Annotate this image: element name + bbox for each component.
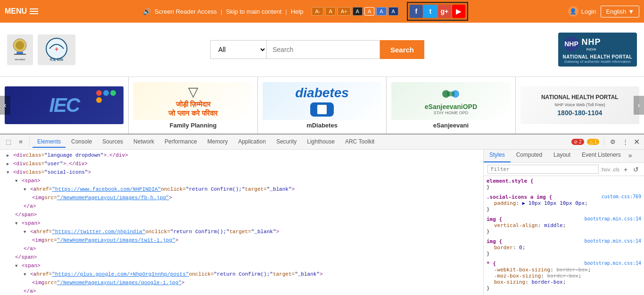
font-dark-btn[interactable]: A bbox=[353, 7, 363, 16]
html-panel: <div class="language dropdown">…</div> <… bbox=[0, 150, 484, 295]
banner-item-mdiab[interactable]: diabetes mDiabetes bbox=[258, 77, 387, 134]
skip-main-link[interactable]: Skip to main content bbox=[226, 8, 281, 15]
img-valign-selector[interactable]: img { bbox=[487, 216, 502, 222]
googleplus-icon[interactable]: g+ bbox=[438, 5, 451, 18]
banner-item-nhpvoice[interactable]: NATIONAL HEALTH PORTAL NHP Voice Web (To… bbox=[516, 77, 644, 134]
devtools-inspect-btn[interactable]: ≡ bbox=[15, 136, 26, 148]
banner-item-iec[interactable]: IEC bbox=[0, 77, 129, 134]
star-source[interactable]: bootstrap.min.css:14 bbox=[585, 261, 641, 266]
styles-content: element.style { } .social-icons a img { … bbox=[484, 176, 644, 295]
html-line-12[interactable]: </a> bbox=[0, 245, 483, 253]
warn-badge: △ 1 bbox=[587, 139, 599, 145]
expand-arrow-9[interactable] bbox=[24, 271, 29, 278]
expand-arrow-4[interactable] bbox=[15, 178, 21, 185]
style-rule-element: element.style { } bbox=[487, 178, 641, 190]
html-line-9[interactable]: <span> bbox=[0, 219, 483, 228]
banner-scroll-right-btn[interactable]: › bbox=[634, 96, 644, 115]
dt-tab-lighthouse[interactable]: Lighthouse bbox=[302, 136, 339, 148]
font-blue-btn[interactable]: A bbox=[376, 7, 386, 16]
dt-tab-arc[interactable]: ARC Toolkit bbox=[340, 136, 379, 148]
login-area[interactable]: 👤 Login bbox=[568, 6, 596, 17]
banner-scroll-left-btn[interactable]: ‹ bbox=[0, 96, 10, 115]
expand-arrow-6[interactable] bbox=[15, 220, 21, 227]
fp-hindi-text: जोड़ी ज़िम्मेदार जो प्लान करे परिवार bbox=[168, 100, 218, 118]
style-tab-styles[interactable]: Styles bbox=[484, 150, 511, 162]
expand-arrow-5[interactable] bbox=[24, 186, 29, 193]
html-line-5[interactable]: <a href="https://www.facebook.com/NHPIND… bbox=[0, 185, 483, 194]
font-increase-btn[interactable]: A+ bbox=[338, 7, 351, 16]
img-border-selector[interactable]: img { bbox=[487, 238, 502, 244]
html-line-1[interactable]: <div class="language dropdown">…</div> bbox=[0, 152, 483, 160]
filter-refresh-btn[interactable]: ↺ bbox=[632, 165, 640, 174]
menu-button[interactable]: MENU bbox=[5, 7, 38, 16]
expand-arrow-2[interactable] bbox=[7, 161, 12, 168]
star-selector[interactable]: * { bbox=[487, 261, 496, 267]
element-style-selector[interactable]: element.style { bbox=[487, 178, 533, 184]
esanj-banner-image: eSanjeevaniOPD STAY HOME OPD bbox=[391, 82, 510, 120]
banner-item-esanj[interactable]: eSanjeevaniOPD STAY HOME OPD eSanjeevani bbox=[387, 77, 515, 134]
styles-filter-input[interactable] bbox=[487, 165, 599, 174]
banner-item-fp[interactable]: ▽ जोड़ी ज़िम्मेदार जो प्लान करे परिवार F… bbox=[129, 77, 257, 134]
font-normal-btn[interactable]: A bbox=[325, 7, 335, 16]
html-line-6[interactable]: <img src="/NewHomePageLayout/images/fb-h… bbox=[0, 194, 483, 202]
dt-tab-performance[interactable]: Performance bbox=[160, 136, 202, 148]
devtools-settings-btn[interactable]: ⚙ bbox=[607, 136, 619, 148]
img-valign-source[interactable]: bootstrap.min.css:14 bbox=[585, 216, 641, 221]
social-icons-source[interactable]: custom.css:769 bbox=[602, 194, 641, 199]
hamburger-icon bbox=[30, 8, 38, 14]
style-rule-boxsizing: * { bootstrap.min.css:14 -webkit-box-siz… bbox=[487, 261, 641, 291]
dt-tab-memory[interactable]: Memory bbox=[203, 136, 232, 148]
error-badge: ⊘ 2 bbox=[571, 139, 584, 145]
dt-tab-network[interactable]: Network bbox=[129, 136, 159, 148]
fp-line1: जोड़ी ज़िम्मेदार bbox=[176, 100, 211, 108]
search-category-select[interactable]: All bbox=[210, 40, 267, 59]
html-line-16[interactable]: <img src="/NewHomePageLayout/images/goog… bbox=[0, 279, 483, 287]
img-border-source[interactable]: bootstrap.min.css:14 bbox=[585, 238, 641, 244]
filter-plus-btn[interactable]: + bbox=[621, 165, 630, 174]
search-input[interactable] bbox=[267, 40, 380, 59]
devtools-cursor-btn[interactable]: ⬚ bbox=[3, 136, 14, 148]
dt-tab-security[interactable]: Security bbox=[272, 136, 301, 148]
valign-val: middle bbox=[544, 222, 563, 228]
html-line-15[interactable]: <a href="https://plus.google.com/+NhpOrg… bbox=[0, 270, 483, 279]
html-line-11[interactable]: <img src="/NewHomePageLayout/images/twit… bbox=[0, 236, 483, 245]
expand-arrow-8[interactable] bbox=[15, 263, 21, 270]
youtube-icon[interactable]: ▶ bbox=[452, 5, 465, 18]
dt-tab-application[interactable]: Application bbox=[233, 136, 271, 148]
expand-arrow-3[interactable] bbox=[7, 169, 12, 176]
html-line-2[interactable]: <div class="user">…</div> bbox=[0, 160, 483, 169]
dt-tab-console[interactable]: Console bbox=[66, 136, 97, 148]
font-navy-btn[interactable]: A bbox=[388, 7, 398, 16]
dt-tab-sources[interactable]: Sources bbox=[98, 136, 128, 148]
search-button[interactable]: Search bbox=[380, 40, 424, 59]
html-line-4[interactable]: <span> bbox=[0, 177, 483, 185]
dt-tab-elements[interactable]: Elements bbox=[33, 136, 66, 148]
style-tab-eventlisteners[interactable]: Event Listeners bbox=[576, 150, 627, 162]
expand-arrow-1[interactable] bbox=[7, 152, 12, 159]
html-line-8[interactable]: </span> bbox=[0, 211, 483, 219]
social-icons-selector[interactable]: .social-icons a img { bbox=[487, 194, 552, 200]
svg-text:मे.हि. पोर्टल: मे.हि. पोर्टल bbox=[50, 58, 64, 61]
fp-banner-image: ▽ जोड़ी ज़िम्मेदार जो प्लान करे परिवार bbox=[133, 82, 252, 120]
font-white-btn[interactable]: A bbox=[364, 7, 374, 16]
language-button[interactable]: English ▼ bbox=[601, 6, 639, 17]
devtools-more-btn[interactable]: ⋮ bbox=[619, 136, 631, 148]
html-line-13[interactable]: </span> bbox=[0, 253, 483, 262]
chevron-down-icon: ▼ bbox=[628, 8, 634, 15]
expand-arrow-7[interactable] bbox=[24, 229, 29, 236]
devtools-close-btn[interactable]: ✕ bbox=[632, 137, 641, 147]
style-tab-more[interactable]: » bbox=[627, 150, 634, 162]
twitter-icon[interactable]: t bbox=[424, 5, 437, 18]
html-line-14[interactable]: <span> bbox=[0, 262, 483, 270]
html-line-3[interactable]: <div class="social-icons"> bbox=[0, 169, 483, 177]
html-line-7[interactable]: </a> bbox=[0, 202, 483, 211]
screen-reader-link[interactable]: Screen Reader Access bbox=[155, 8, 217, 15]
style-tab-computed[interactable]: Computed bbox=[511, 150, 548, 162]
font-decrease-btn[interactable]: A- bbox=[312, 7, 323, 16]
filter-pseudo[interactable]: :hov .cls bbox=[601, 167, 619, 172]
style-tab-layout[interactable]: Layout bbox=[548, 150, 576, 162]
html-line-10[interactable]: <a href="https://twitter.com/nhpindia" o… bbox=[0, 228, 483, 236]
help-link[interactable]: Help bbox=[291, 8, 304, 15]
html-line-17[interactable]: </a> bbox=[0, 287, 483, 295]
facebook-icon[interactable]: f bbox=[410, 5, 423, 18]
